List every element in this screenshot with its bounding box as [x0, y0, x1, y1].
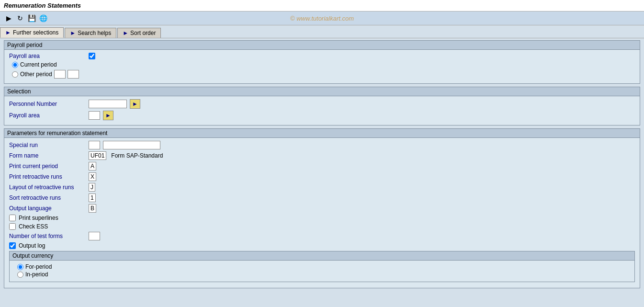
payroll-area-label: Payroll area [9, 53, 86, 59]
current-period-radio[interactable] [12, 62, 18, 68]
output-log-row: Output log [9, 242, 635, 249]
payroll-period-body: Payroll area Current period Other period [4, 50, 640, 83]
layout-retroactive-runs-label: Layout of retroactive runs [9, 184, 86, 191]
selection-body: Personnel Number ► Payroll area ► [4, 96, 640, 125]
form-name-label: Form name [9, 152, 86, 159]
selection-section: Selection Personnel Number ► Payroll are… [4, 87, 640, 125]
toolbar: ▶ ↻ 💾 🌐 © www.tutorialkart.com [0, 11, 644, 25]
print-retroactive-runs-label: Print retroactive runs [9, 173, 86, 180]
personnel-number-label: Personnel Number [9, 101, 86, 107]
number-test-forms-label: Number of test forms [9, 233, 86, 239]
further-selections-label: Further selections [13, 29, 58, 36]
output-language-label: Output language [9, 205, 86, 212]
print-superlines-checkbox[interactable] [9, 215, 16, 221]
selection-payroll-area-input[interactable] [89, 111, 100, 120]
for-period-radio[interactable] [17, 264, 23, 270]
selection-payroll-area-row: Payroll area ► [9, 111, 635, 120]
payroll-area-row: Payroll area [9, 53, 635, 59]
sort-retroactive-runs-label: Sort retroactive runs [9, 194, 86, 201]
number-test-forms-input[interactable] [89, 232, 100, 240]
special-run-row: Special run [9, 141, 635, 149]
print-retroactive-runs-value: X [89, 172, 96, 181]
print-retroactive-runs-row: Print retroactive runs X [9, 172, 635, 181]
selection-payroll-area-label: Payroll area [9, 112, 86, 119]
output-language-value: B [89, 204, 96, 213]
personnel-number-input[interactable] [89, 100, 127, 108]
form-name-value: UF01 [89, 151, 106, 160]
in-period-row: In-period [17, 271, 630, 278]
tab-further-selections[interactable]: ► Further selections [0, 27, 64, 38]
tab-sort-order[interactable]: ► Sort order [117, 28, 161, 38]
other-period-input1[interactable] [54, 70, 66, 79]
special-run-label: Special run [9, 142, 86, 148]
other-period-radio[interactable] [12, 71, 18, 78]
title-bar: Remuneration Statements [0, 0, 644, 11]
page-title: Remuneration Statements [4, 2, 81, 9]
colorized-icon[interactable]: 🌐 [38, 13, 48, 23]
sort-order-arrow: ► [123, 30, 128, 36]
for-period-label: For-period [25, 263, 52, 270]
output-log-label: Output log [19, 242, 45, 249]
tab-search-helps[interactable]: ► Search helps [65, 28, 116, 38]
special-run-input2[interactable] [103, 141, 160, 149]
print-current-period-value: A [89, 162, 96, 171]
back-icon[interactable]: ↻ [15, 13, 25, 23]
other-period-input2[interactable] [68, 70, 79, 79]
selection-header: Selection [4, 87, 640, 96]
layout-retroactive-runs-value: J [89, 183, 95, 192]
sort-retroactive-runs-value: 1 [89, 193, 96, 202]
in-period-radio[interactable] [17, 272, 23, 278]
output-currency-body: For-period In-period [10, 261, 634, 282]
for-period-row: For-period [17, 263, 630, 270]
selection-payroll-area-select-btn[interactable]: ► [103, 111, 113, 120]
output-currency-section: Output currency For-period In-period [9, 251, 635, 282]
personnel-number-select-btn[interactable]: ► [130, 99, 140, 109]
number-test-forms-row: Number of test forms [9, 232, 635, 240]
check-ess-checkbox[interactable] [9, 223, 16, 230]
check-ess-label: Check ESS [19, 223, 48, 230]
layout-retroactive-runs-row: Layout of retroactive runs J [9, 183, 635, 192]
print-current-period-label: Print current period [9, 163, 86, 170]
output-currency-header: Output currency [10, 251, 634, 261]
other-period-label: Other period [20, 71, 52, 78]
watermark: © www.tutorialkart.com [290, 15, 354, 22]
in-period-label: In-period [25, 271, 48, 278]
current-period-label: Current period [20, 61, 57, 68]
output-log-checkbox[interactable] [9, 242, 16, 249]
current-period-row: Current period [12, 61, 635, 68]
form-name-desc: Form SAP-Standard [111, 152, 163, 159]
parameters-body: Special run Form name UF01 Form SAP-Stan… [4, 138, 640, 288]
payroll-period-header: Payroll period [4, 41, 640, 50]
output-language-row: Output language B [9, 204, 635, 213]
form-name-row: Form name UF01 Form SAP-Standard [9, 151, 635, 160]
save-icon[interactable]: 💾 [27, 13, 36, 23]
check-ess-row: Check ESS [9, 223, 635, 230]
search-helps-label: Search helps [78, 30, 111, 36]
search-helps-arrow: ► [70, 30, 76, 36]
print-superlines-label: Print superlines [19, 215, 58, 221]
personnel-number-row: Personnel Number ► [9, 99, 635, 109]
special-run-input1[interactable] [89, 141, 100, 149]
execute-icon[interactable]: ▶ [4, 13, 13, 23]
sort-order-label: Sort order [130, 30, 156, 36]
parameters-section: Parameters for remuneration statement Sp… [4, 128, 640, 288]
other-period-row: Other period [12, 70, 635, 79]
print-superlines-row: Print superlines [9, 215, 635, 221]
sort-retroactive-runs-row: Sort retroactive runs 1 [9, 193, 635, 202]
further-selections-arrow: ► [5, 29, 11, 36]
payroll-period-section: Payroll period Payroll area Current peri… [4, 40, 640, 84]
parameters-header: Parameters for remuneration statement [4, 129, 640, 138]
main-content: Payroll period Payroll area Current peri… [0, 38, 644, 302]
tab-bar: ► Further selections ► Search helps ► So… [0, 25, 644, 38]
print-current-period-row: Print current period A [9, 162, 635, 171]
payroll-area-checkbox[interactable] [89, 53, 95, 59]
